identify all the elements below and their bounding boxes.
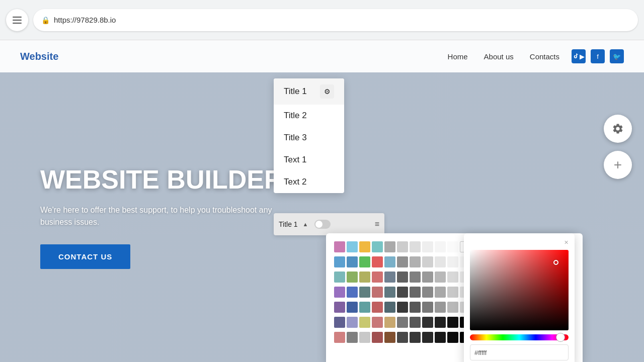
hero-content: WEBSITE BUILDER We're here to offer the … — [40, 165, 292, 269]
dropdown-item-title2[interactable]: Title 2 — [274, 105, 344, 127]
swatch[interactable] — [422, 317, 433, 328]
dropdown-item-title1[interactable]: Title 1 ⚙ — [274, 78, 344, 105]
swatch[interactable] — [435, 302, 446, 313]
swatch[interactable] — [372, 302, 383, 313]
toolbar-toggle[interactable] — [314, 220, 331, 229]
swatch[interactable] — [435, 287, 446, 298]
swatch[interactable] — [372, 317, 383, 328]
contact-us-button[interactable]: CONTACT US — [40, 244, 130, 269]
hex-input[interactable] — [470, 344, 569, 360]
swatch[interactable] — [384, 272, 395, 283]
swatch[interactable] — [347, 317, 358, 328]
swatch[interactable] — [372, 287, 383, 298]
swatch[interactable] — [359, 256, 370, 267]
swatch[interactable] — [334, 332, 345, 343]
swatch[interactable] — [435, 272, 446, 283]
swatch[interactable] — [384, 287, 395, 298]
gradient-canvas[interactable] — [470, 250, 569, 330]
swatch[interactable] — [435, 317, 446, 328]
swatch[interactable] — [447, 317, 458, 328]
dropdown-item-title3[interactable]: Title 3 — [274, 127, 344, 149]
swatch[interactable] — [359, 332, 370, 343]
hue-thumb — [556, 333, 565, 341]
youtube-icon[interactable]: ▶ — [572, 49, 586, 63]
swatch[interactable] — [397, 272, 408, 283]
swatch[interactable] — [384, 317, 395, 328]
site-navbar: Website Home About us Contacts ▶ f 🐦 — [0, 40, 644, 72]
swatch[interactable] — [359, 272, 370, 283]
swatch[interactable] — [410, 287, 421, 298]
swatch[interactable] — [334, 302, 345, 313]
swatch[interactable] — [397, 302, 408, 313]
swatch[interactable] — [384, 302, 395, 313]
dropdown-item-text2[interactable]: Text 2 — [274, 171, 344, 193]
swatch[interactable] — [410, 272, 421, 283]
style-settings-icon[interactable]: ⚙ — [320, 84, 334, 99]
align-icon[interactable]: ≡ — [375, 220, 379, 229]
hue-slider[interactable] — [470, 334, 569, 340]
swatch[interactable] — [372, 332, 383, 343]
swatch[interactable] — [359, 287, 370, 298]
text-toolbar: Title 1 ▲ ≡ — [274, 213, 384, 235]
twitter-icon[interactable]: 🐦 — [610, 49, 624, 63]
swatch[interactable] — [397, 256, 408, 267]
swatch[interactable] — [334, 256, 345, 267]
swatch[interactable] — [422, 272, 433, 283]
swatch[interactable] — [422, 256, 433, 267]
nav-about[interactable]: About us — [484, 52, 514, 61]
swatch[interactable] — [334, 241, 345, 252]
nav-home[interactable]: Home — [448, 52, 468, 61]
swatch[interactable] — [347, 287, 358, 298]
swatch[interactable] — [410, 332, 421, 343]
swatch[interactable] — [372, 272, 383, 283]
swatch[interactable] — [447, 332, 458, 343]
add-fab[interactable]: + — [604, 151, 632, 179]
swatch[interactable] — [397, 317, 408, 328]
dropdown-item-text1[interactable]: Text 1 — [274, 149, 344, 171]
swatch[interactable] — [410, 302, 421, 313]
swatch[interactable] — [384, 256, 395, 267]
swatch[interactable] — [359, 317, 370, 328]
swatch[interactable] — [384, 241, 395, 252]
swatch[interactable] — [334, 317, 345, 328]
swatch[interactable] — [334, 287, 345, 298]
swatch[interactable] — [347, 332, 358, 343]
address-bar[interactable]: 🔒 https://97829.8b.io — [33, 9, 638, 31]
browser-menu-button[interactable] — [6, 9, 28, 31]
swatch[interactable] — [435, 256, 446, 267]
url-text: https://97829.8b.io — [54, 16, 116, 24]
swatch[interactable] — [435, 241, 446, 252]
swatch[interactable] — [422, 332, 433, 343]
toolbar-style-label[interactable]: Title 1 — [279, 220, 298, 228]
swatch[interactable] — [347, 302, 358, 313]
color-gradient-area: ✕ — [464, 233, 575, 362]
swatch[interactable] — [397, 332, 408, 343]
nav-contacts[interactable]: Contacts — [530, 52, 559, 61]
swatch[interactable] — [447, 241, 458, 252]
swatch[interactable] — [410, 256, 421, 267]
swatch[interactable] — [347, 241, 358, 252]
swatch[interactable] — [359, 302, 370, 313]
settings-fab[interactable] — [604, 115, 632, 143]
swatch[interactable] — [410, 241, 421, 252]
swatch[interactable] — [435, 332, 446, 343]
swatch[interactable] — [347, 256, 358, 267]
swatch[interactable] — [447, 272, 458, 283]
swatch[interactable] — [384, 332, 395, 343]
swatch[interactable] — [410, 317, 421, 328]
color-picker-close[interactable]: ✕ — [470, 239, 569, 246]
swatch[interactable] — [347, 272, 358, 283]
swatch[interactable] — [359, 241, 370, 252]
swatch[interactable] — [397, 287, 408, 298]
swatch[interactable] — [397, 241, 408, 252]
swatch[interactable] — [447, 287, 458, 298]
swatch[interactable] — [372, 241, 383, 252]
swatch[interactable] — [422, 287, 433, 298]
swatch[interactable] — [422, 302, 433, 313]
swatch[interactable] — [447, 302, 458, 313]
swatch[interactable] — [447, 256, 458, 267]
swatch[interactable] — [372, 256, 383, 267]
facebook-icon[interactable]: f — [591, 49, 605, 63]
swatch[interactable] — [422, 241, 433, 252]
swatch[interactable] — [334, 272, 345, 283]
